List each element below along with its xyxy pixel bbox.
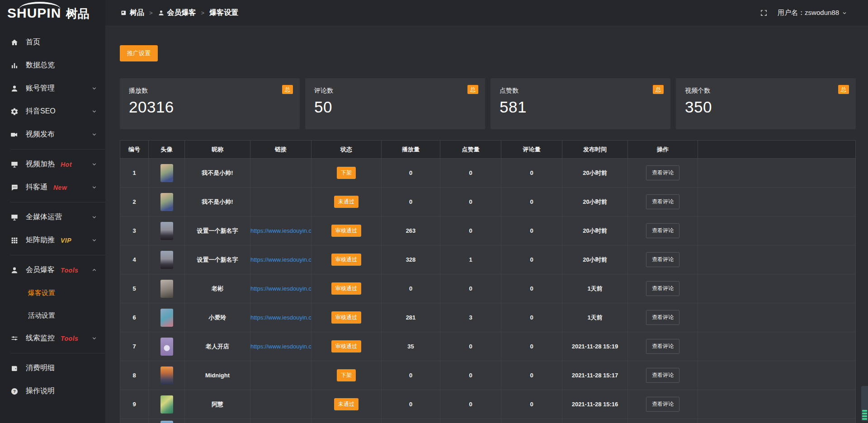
cell-plays: 281 [382,303,440,332]
cell-plays: 0 [382,390,440,419]
cell-index: 2 [120,188,149,216]
chat-icon [10,183,19,192]
sidebar-item-label: 抖客通 [26,183,47,192]
avatar [160,309,173,327]
chevron-down-icon [91,132,97,137]
view-comments-button[interactable]: 查看评论 [646,397,679,412]
stat-total-badge: 总 [653,85,664,94]
cell-filler [698,274,856,303]
cell-status: 审核通过 [311,245,382,274]
video-link[interactable]: https://www.iesdouyin.c [250,314,311,321]
dashboard-icon [120,9,127,16]
table-row: 7老人开店https://www.iesdouyin.c审核通过35002021… [120,332,856,361]
view-comments-button[interactable]: 查看评论 [646,310,679,325]
main-content: 推广设置 播放数20316总评论数50总点赞数581总视频个数350总 编号头像… [105,26,868,423]
video-link[interactable]: https://www.iesdouyin.c [250,256,311,263]
cell-avatar [149,419,185,423]
cell-status: 审核通过 [311,216,382,245]
cell-link: https://www.iesdouyin.c [250,274,311,303]
col-header: 播放量 [382,141,440,159]
status-badge: 审核通过 [331,311,361,324]
view-comments-button[interactable]: 查看评论 [646,165,679,180]
cell-status: 未通过 [311,390,382,419]
sliders-icon [10,334,19,343]
cell-plays: 328 [382,245,440,274]
sidebar-item-home[interactable]: 首页 [0,31,105,54]
view-comments-button[interactable]: 查看评论 [646,194,679,209]
view-comments-button[interactable]: 查看评论 [646,223,679,238]
breadcrumb-label: 树品 [130,8,144,18]
cell-comments: 0 [501,159,562,188]
fullscreen-icon[interactable] [760,9,768,17]
sidebar-item-operation-guide[interactable]: ?操作说明 [0,380,105,403]
col-header: 链接 [250,141,311,159]
cell-nickname: 设置一个新名字 [185,216,250,245]
heat-icon [10,160,19,169]
sidebar-nav: 首页数据总览账号管理抖音SEO视频发布视频加热Hot抖客通New全媒体运营矩阵助… [0,31,105,403]
col-header: 评论量 [501,141,562,159]
sidebar-item-omnimedia-ops[interactable]: 全媒体运营 [0,206,105,229]
sidebar-item-video-heat[interactable]: 视频加热Hot [0,153,105,176]
svg-text:?: ? [13,389,16,394]
sidebar-item-member-baoke[interactable]: 会员爆客Tools [0,258,105,282]
breadcrumb-item-2[interactable]: 爆客设置 [209,8,238,18]
col-header: 编号 [120,141,149,159]
sidebar-item-data-overview[interactable]: 数据总览 [0,54,105,77]
username-menu[interactable]: 用户名：zswodun88 [778,9,847,17]
breadcrumb-item-0[interactable]: 树品 [120,8,144,18]
cell-comments: 0 [501,216,562,245]
cell-status: 下架 [311,159,382,188]
stat-total-badge: 总 [467,85,478,94]
col-header: 头像 [149,141,185,159]
sidebar-item-consume-detail[interactable]: 消费明细 [0,357,105,380]
cell-avatar [149,303,185,332]
sidebar-item-account-manage[interactable]: 账号管理 [0,77,105,100]
avatar [160,338,173,356]
stat-label: 播放数 [129,87,291,95]
view-comments-button[interactable]: 查看评论 [646,368,679,383]
cell-time: 1天前 [562,274,628,303]
cell-likes: 0 [440,216,501,245]
breadcrumb-separator: > [149,9,153,16]
stat-label: 点赞数 [500,87,661,95]
video-link[interactable]: https://www.iesdouyin.c [250,343,311,350]
floating-widget[interactable] [861,386,868,421]
cell-index: 3 [120,216,149,245]
sidebar-item-matrix-boost[interactable]: 矩阵助推VIP [0,229,105,252]
video-link[interactable]: https://www.iesdouyin.c [250,227,311,234]
video-link[interactable]: https://www.iesdouyin.c [250,285,311,292]
cell-time: 20小时前 [562,216,628,245]
sidebar-item-clue-monitor[interactable]: 线索监控Tools [0,327,105,350]
cell-time: 20小时前 [562,188,628,216]
stat-card-3: 视频个数350总 [676,78,856,129]
status-badge: 审核通过 [331,254,361,266]
stat-total-badge: 总 [838,85,849,94]
video-icon [10,131,19,139]
sidebar-item-video-publish[interactable]: 视频发布 [0,123,105,146]
sidebar-item-douyin-seo[interactable]: 抖音SEO [0,100,105,123]
logo: SHUPIN 树品 [0,0,105,24]
sidebar-subitem-activity-settings[interactable]: 活动设置 [0,304,105,327]
cell-index: 1 [120,159,149,188]
table-row-partial [120,419,856,423]
cell-link: https://www.iesdouyin.c [250,216,311,245]
sidebar-item-label: 首页 [26,38,40,47]
cell-partial [382,419,440,423]
breadcrumb-label: 爆客设置 [209,8,238,18]
cell-plays: 0 [382,188,440,216]
view-comments-button[interactable]: 查看评论 [646,252,679,267]
wallet-icon [10,364,19,372]
cell-likes: 0 [440,188,501,216]
cell-likes: 0 [440,361,501,390]
question-icon: ? [10,387,19,395]
sidebar-subitem-baoke-settings[interactable]: 爆客设置 [0,282,105,304]
cell-filler [698,159,856,188]
view-comments-button[interactable]: 查看评论 [646,339,679,354]
cell-status: 下架 [311,361,382,390]
sidebar-item-douketong[interactable]: 抖客通New [0,176,105,199]
breadcrumb-item-1[interactable]: 会员爆客 [158,8,196,18]
cell-link [250,188,311,216]
chevron-down-icon [91,214,97,220]
promo-settings-button[interactable]: 推广设置 [120,45,158,61]
view-comments-button[interactable]: 查看评论 [646,281,679,296]
